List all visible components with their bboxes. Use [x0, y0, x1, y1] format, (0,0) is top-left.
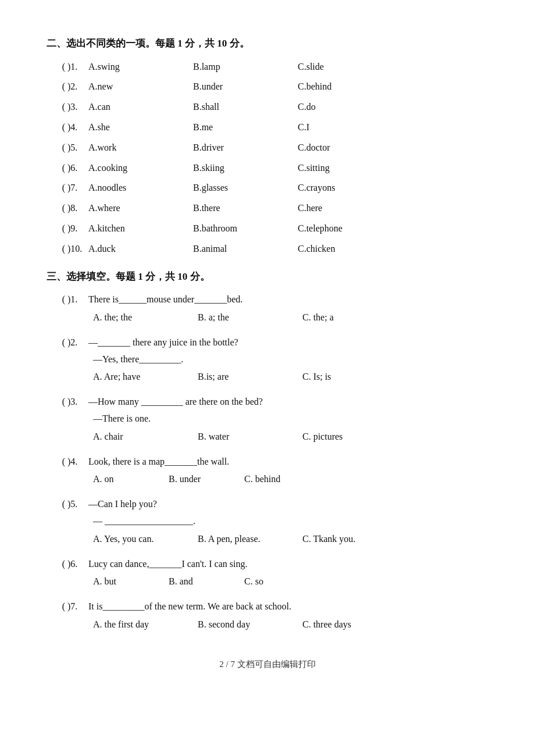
- list-item: ( )1. A.swing B.lamp C.slide: [47, 59, 488, 76]
- list-item: ( )6. A.cooking B.skiing C.sitting: [47, 160, 488, 177]
- q-opts: A. chairB. waterC. pictures: [93, 429, 488, 445]
- q-options: A.where B.there C.here: [88, 200, 488, 217]
- section1-questions: ( )1. A.swing B.lamp C.slide ( )2. A.new…: [47, 59, 488, 258]
- paren: (: [47, 241, 65, 258]
- sub-line: —Yes, there_________.: [93, 351, 488, 368]
- footer: 2 / 7 文档可自由编辑打印: [47, 657, 488, 672]
- q-opts: A. the first dayB. second dayC. three da…: [93, 616, 488, 633]
- list-item: ( )8. A.where B.there C.here: [47, 200, 488, 217]
- list-item: ( )3. —How many _________ are there on t…: [47, 394, 488, 445]
- option-a: A.kitchen: [88, 220, 193, 237]
- option-c: C. so: [244, 573, 302, 590]
- q-options: A.new B.under C.behind: [88, 79, 488, 95]
- q-main-row: ( )2. —_______ there any juice in the bo…: [47, 334, 488, 351]
- q-text: —How many _________ are there on the bed…: [88, 394, 488, 411]
- option-c: C.sitting: [298, 160, 402, 177]
- paren: (: [47, 160, 65, 177]
- paren: (: [47, 598, 65, 615]
- option-b: B. under: [169, 471, 244, 488]
- paren: (: [47, 556, 65, 573]
- q-num: )3.: [67, 99, 88, 116]
- option-a: A. but: [93, 573, 169, 590]
- paren: (: [47, 200, 65, 217]
- option-c: C.here: [298, 200, 402, 217]
- q-text: Lucy can dance,_______I can't. I can sin…: [88, 556, 488, 573]
- option-c: C.behind: [298, 79, 402, 95]
- page: 二、选出不同类的一项。每题 1 分，共 10 分。 ( )1. A.swing …: [0, 0, 535, 756]
- option-a: A.she: [88, 119, 193, 136]
- paren: (: [47, 140, 65, 156]
- paren: (: [47, 220, 65, 237]
- option-b: B.glasses: [193, 180, 298, 197]
- paren: (: [47, 99, 65, 116]
- option-b: B.animal: [193, 241, 298, 258]
- option-c: C.telephone: [298, 220, 402, 237]
- q-num: )7.: [67, 180, 88, 197]
- option-c: C. Is; is: [302, 369, 378, 386]
- list-item: ( )4. Look, there is a map_______the wal…: [47, 454, 488, 488]
- sub-line: —There is one.: [93, 411, 488, 427]
- q-num: )8.: [67, 200, 88, 217]
- list-item: ( )7. A.noodles B.glasses C.crayons: [47, 180, 488, 197]
- q-num: )7.: [67, 598, 88, 615]
- paren: (: [47, 394, 65, 411]
- option-a: A.swing: [88, 59, 193, 76]
- q-text: It is_________of the new term. We are ba…: [88, 598, 488, 615]
- q-options: A.can B.shall C.do: [88, 99, 488, 116]
- q-opts: A. butB. andC. so: [93, 573, 488, 590]
- option-a: A.noodles: [88, 180, 193, 197]
- option-c: C. three days: [302, 616, 395, 633]
- q-opts: A. Are; haveB.is; areC. Is; is: [93, 369, 488, 386]
- q-main-row: ( )3. —How many _________ are there on t…: [47, 394, 488, 411]
- q-options: A.work B.driver C.doctor: [88, 140, 488, 156]
- option-b: B. a; the: [198, 309, 302, 326]
- q-main-row: ( )6. Lucy can dance,_______I can't. I c…: [47, 556, 488, 573]
- option-b: B.there: [193, 200, 298, 217]
- option-a: A. Are; have: [93, 369, 198, 386]
- option-b: B. and: [169, 573, 244, 590]
- q-num: )6.: [67, 160, 88, 177]
- q-text: —_______ there any juice in the bottle?: [88, 334, 488, 351]
- sub-line: — ___________________.: [93, 513, 488, 530]
- option-c: C.crayons: [298, 180, 402, 197]
- option-a: A. Yes, you can.: [93, 531, 198, 548]
- q-text: Look, there is a map_______the wall.: [88, 454, 488, 470]
- q-main-row: ( )5. —Can I help you?: [47, 496, 488, 513]
- option-b: B. second day: [198, 616, 302, 633]
- section2: 三、选择填空。每题 1 分，共 10 分。 ( )1. There is____…: [47, 268, 488, 633]
- paren: (: [47, 334, 65, 351]
- list-item: ( )2. A.new B.under C.behind: [47, 79, 488, 95]
- option-c: C.slide: [298, 59, 402, 76]
- q-main-row: ( )4. Look, there is a map_______the wal…: [47, 454, 488, 470]
- q-text: There is______mouse under_______bed.: [88, 291, 488, 308]
- paren: (: [47, 79, 65, 95]
- option-b: B.driver: [193, 140, 298, 156]
- option-b: B.skiing: [193, 160, 298, 177]
- section2-questions: ( )1. There is______mouse under_______be…: [47, 291, 488, 633]
- paren: (: [47, 454, 65, 470]
- option-a: A.where: [88, 200, 193, 217]
- paren: (: [47, 496, 65, 513]
- option-a: A. the first day: [93, 616, 198, 633]
- option-b: B. A pen, please.: [198, 531, 302, 548]
- list-item: ( )2. —_______ there any juice in the bo…: [47, 334, 488, 386]
- list-item: ( )10. A.duck B.animal C.chicken: [47, 241, 488, 258]
- q-options: A.kitchen B.bathroom C.telephone: [88, 220, 488, 237]
- option-a: A.can: [88, 99, 193, 116]
- option-a: A. on: [93, 471, 169, 488]
- section1-title: 二、选出不同类的一项。每题 1 分，共 10 分。: [47, 35, 488, 53]
- q-num: )10.: [67, 241, 88, 258]
- section1: 二、选出不同类的一项。每题 1 分，共 10 分。 ( )1. A.swing …: [47, 35, 488, 258]
- q-num: )2.: [67, 79, 88, 95]
- q-num: )6.: [67, 556, 88, 573]
- list-item: ( )1. There is______mouse under_______be…: [47, 291, 488, 326]
- option-b: B.me: [193, 119, 298, 136]
- option-a: A.cooking: [88, 160, 193, 177]
- option-b: B.lamp: [193, 59, 298, 76]
- q-options: A.swing B.lamp C.slide: [88, 59, 488, 76]
- q-opts: A. the; theB. a; theC. the; a: [93, 309, 488, 326]
- option-a: A.duck: [88, 241, 193, 258]
- option-b: B. water: [198, 429, 302, 445]
- option-c: C.do: [298, 99, 402, 116]
- list-item: ( )6. Lucy can dance,_______I can't. I c…: [47, 556, 488, 591]
